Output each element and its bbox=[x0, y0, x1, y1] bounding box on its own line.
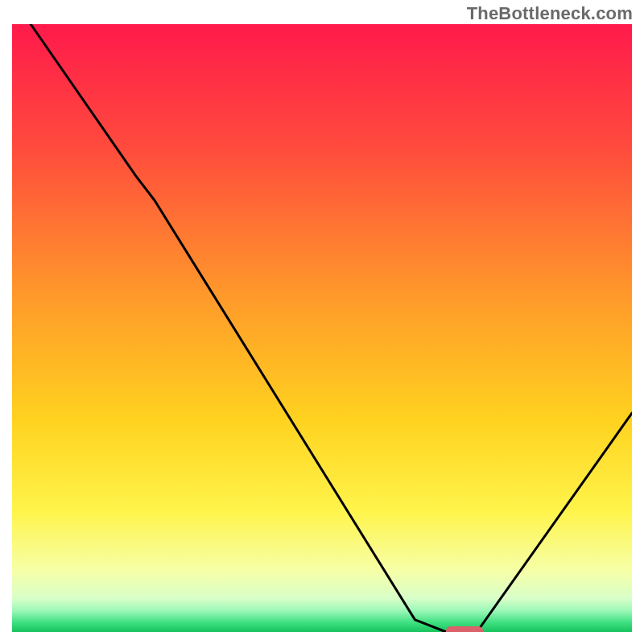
gradient-background bbox=[12, 24, 632, 632]
chart-svg bbox=[12, 24, 632, 632]
attribution-label: TheBottleneck.com bbox=[467, 3, 633, 24]
plot-area bbox=[12, 24, 632, 632]
optimal-marker bbox=[446, 626, 483, 632]
chart-frame: TheBottleneck.com bbox=[0, 0, 644, 644]
